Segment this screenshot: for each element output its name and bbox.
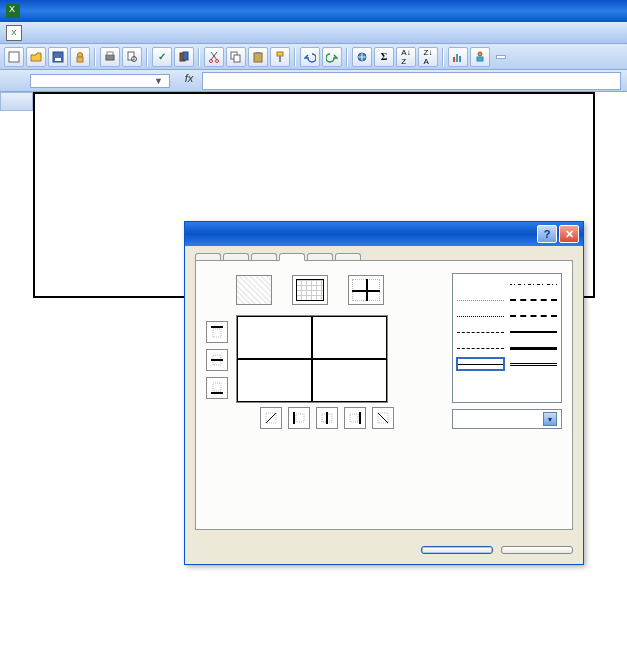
excel-doc-icon[interactable]: X [6,25,22,41]
color-select[interactable]: ▾ [452,409,562,429]
menu-bar: X [0,22,627,44]
print-icon[interactable] [100,47,120,67]
style-dashed[interactable] [457,326,504,338]
svg-rect-17 [277,52,283,56]
print-preview-icon[interactable] [122,47,142,67]
menu-window[interactable] [110,31,122,35]
svg-rect-34 [296,414,304,422]
dialog-titlebar[interactable]: ? ✕ [185,222,583,246]
dialog-tabs [195,252,573,260]
menu-edit[interactable] [38,31,50,35]
menu-data[interactable] [98,31,110,35]
cancel-button[interactable] [501,546,573,554]
preview-cell [312,359,387,402]
toolbar-separator [198,48,200,66]
preset-outline-button[interactable] [292,275,328,305]
style-thin[interactable] [457,358,504,370]
preset-inside-button[interactable] [348,275,384,305]
border-preview[interactable] [236,315,388,403]
style-double[interactable] [510,358,557,370]
row-headers [0,92,33,651]
menu-file[interactable] [26,31,38,35]
border-right-button[interactable] [344,407,366,429]
fx-icon[interactable]: fx [180,72,198,90]
line-style-list[interactable] [452,273,562,403]
svg-rect-4 [77,57,83,62]
style-medium[interactable] [510,326,557,338]
chart-wizard-icon[interactable] [448,47,468,67]
border-tab-panel: ▾ [195,260,573,530]
ok-button[interactable] [421,546,493,554]
drawing-icon[interactable] [470,47,490,67]
border-left-button[interactable] [288,407,310,429]
tab-border[interactable] [279,253,305,261]
svg-rect-6 [107,52,113,55]
style-medium-dash-dot[interactable] [510,294,557,306]
autosum-icon[interactable]: Σ [374,47,394,67]
save-icon[interactable] [48,47,68,67]
toolbar-separator [146,48,148,66]
style-hair[interactable] [457,294,504,306]
sort-desc-icon[interactable]: Z↓A [418,47,438,67]
svg-rect-2 [55,58,61,61]
toolbar-separator [294,48,296,66]
spelling-icon[interactable]: ✓ [152,47,172,67]
style-thin-dash-dot[interactable] [510,278,557,290]
help-icon[interactable]: ? [537,225,557,243]
svg-line-40 [378,413,388,423]
border-bottom-button[interactable] [206,377,228,399]
cut-icon[interactable] [204,47,224,67]
svg-rect-5 [106,55,114,60]
paste-icon[interactable] [248,47,268,67]
hyperlink-icon[interactable] [352,47,372,67]
style-dotted[interactable] [457,310,504,322]
menu-help[interactable] [122,31,134,35]
svg-rect-21 [456,54,458,62]
border-diag-down-button[interactable] [372,407,394,429]
zoom-combo[interactable] [496,55,506,59]
svg-line-32 [266,413,276,423]
close-icon[interactable]: ✕ [559,225,579,243]
format-painter-icon[interactable] [270,47,290,67]
menu-format[interactable] [74,31,86,35]
new-icon[interactable] [4,47,24,67]
name-box[interactable]: ▼ [30,74,170,88]
border-middle-h-button[interactable] [206,349,228,371]
svg-rect-0 [9,52,19,62]
research-icon[interactable] [174,47,194,67]
svg-rect-14 [234,55,240,62]
open-icon[interactable] [26,47,46,67]
preset-none-button[interactable] [236,275,272,305]
menu-tools[interactable] [86,31,98,35]
redo-icon[interactable] [322,47,342,67]
permission-icon[interactable] [70,47,90,67]
svg-rect-18 [279,56,281,62]
border-top-button[interactable] [206,321,228,343]
style-dash-dot[interactable] [457,342,504,354]
toolbar-separator [94,48,96,66]
undo-icon[interactable] [300,47,320,67]
formula-input[interactable] [202,72,621,90]
sort-asc-icon[interactable]: A↓Z [396,47,416,67]
menu-view[interactable] [50,31,62,35]
toolbar-separator [346,48,348,66]
style-thick-dash[interactable] [510,310,557,322]
chevron-down-icon[interactable]: ▼ [154,76,163,86]
svg-rect-15 [254,53,262,62]
svg-point-24 [478,52,482,56]
border-diag-up-button[interactable] [260,407,282,429]
border-middle-v-button[interactable] [316,407,338,429]
menu-insert[interactable] [62,31,74,35]
formula-bar: ▼ fx [0,70,627,92]
select-all-corner[interactable] [0,92,33,111]
window-titlebar [0,0,627,22]
style-none[interactable] [457,278,504,290]
format-cells-dialog: ? ✕ [184,221,584,565]
preview-cell [237,316,312,359]
svg-rect-23 [477,57,483,61]
chevron-down-icon[interactable]: ▾ [543,412,557,426]
svg-point-11 [210,59,213,62]
style-thick[interactable] [510,342,557,354]
preview-cell [312,316,387,359]
copy-icon[interactable] [226,47,246,67]
